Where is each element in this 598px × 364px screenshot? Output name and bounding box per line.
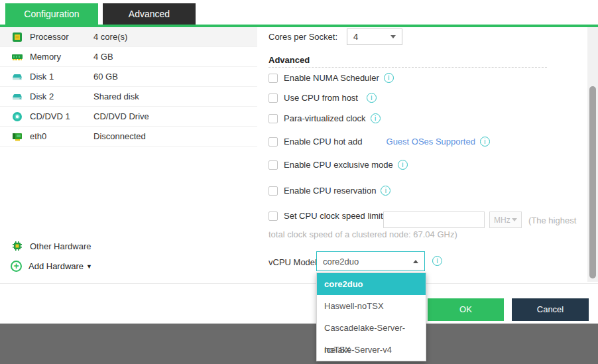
vm-settings-screen: Configuration Advanced Processor 4 core(… [0, 0, 598, 364]
network-adapter-icon [12, 131, 23, 142]
option-label: Para-virtualized clock [284, 113, 366, 123]
add-hardware-label: Add Hardware [29, 261, 84, 271]
vcpu-model-label: vCPU Model [269, 257, 317, 267]
memory-icon [12, 52, 23, 62]
vcpu-model-select[interactable]: core2duo [316, 251, 425, 271]
clock-speed-unit-select[interactable]: MHz [489, 212, 522, 228]
vcpu-option-haswell-notsx[interactable]: Haswell-noTSX [317, 295, 426, 317]
disk-icon [12, 72, 23, 82]
hardware-name: Processor [30, 32, 93, 42]
hardware-value: 4 GB [93, 52, 113, 62]
add-hardware-button[interactable]: + Add Hardware ▼ [11, 261, 92, 272]
hardware-name: Disk 2 [30, 91, 93, 101]
info-icon[interactable]: i [367, 93, 377, 103]
hardware-row-eth0[interactable]: eth0 Disconnected [0, 127, 257, 147]
hardware-value: 60 GB [93, 72, 118, 82]
chevron-down-icon [390, 35, 396, 38]
option-row-cpu-reservation: Enable CPU reservation i [269, 186, 390, 196]
option-label: Enable CPU hot add [284, 137, 363, 147]
ok-button[interactable]: OK [428, 298, 504, 321]
hardware-name: Memory [30, 52, 93, 62]
info-icon[interactable]: i [480, 137, 490, 147]
scrollbar-thumb[interactable] [589, 86, 596, 278]
plus-circle-icon: + [11, 261, 22, 272]
other-hardware-label: Other Hardware [30, 241, 91, 251]
hardware-value: 4 core(s) [93, 32, 127, 42]
vcpu-option-icelake-server-v4[interactable]: Icelake-Server-v4 [317, 339, 426, 361]
clock-limit-note-part1: (The highest [528, 215, 576, 225]
hardware-row-memory[interactable]: Memory 4 GB [0, 47, 257, 67]
tab-advanced[interactable]: Advanced [103, 3, 196, 25]
tab-configuration[interactable]: Configuration [5, 3, 98, 25]
hardware-value: Shared disk [93, 91, 139, 101]
hardware-name: eth0 [30, 131, 93, 141]
use-cpu-from-host-checkbox[interactable] [269, 93, 278, 103]
hardware-name: Disk 1 [30, 72, 93, 82]
option-row-paravirt-clock: Para-virtualized clock i [269, 113, 381, 123]
info-icon[interactable]: i [381, 186, 390, 196]
vcpu-option-cascadelake-server-notsx[interactable]: Cascadelake-Server-noTSX [317, 317, 426, 339]
cancel-button[interactable]: Cancel [512, 298, 589, 321]
clock-speed-unit-value: MHz [494, 215, 510, 225]
info-icon[interactable]: i [384, 73, 394, 83]
cores-per-socket-value: 4 [353, 32, 358, 42]
numa-scheduler-checkbox[interactable] [269, 74, 278, 83]
processor-icon [12, 32, 23, 42]
chevron-down-icon [512, 218, 517, 221]
clock-speed-limit-checkbox[interactable] [269, 212, 278, 221]
option-label: Set CPU clock speed limit to [284, 211, 392, 221]
hardware-row-cddvd[interactable]: CD/DVD 1 CD/DVD Drive [0, 107, 257, 127]
hardware-row-processor[interactable]: Processor 4 core(s) [0, 27, 257, 47]
cpu-exclusive-mode-checkbox[interactable] [269, 160, 278, 170]
vcpu-option-core2duo[interactable]: core2duo [317, 273, 426, 295]
hardware-row-disk2[interactable]: Disk 2 Shared disk [0, 87, 257, 107]
advanced-section-heading: Advanced [269, 55, 310, 65]
scrollbar-track[interactable] [587, 27, 598, 282]
option-row-cpu-from-host: Use CPU from host i [269, 93, 377, 103]
cpu-reservation-checkbox[interactable] [269, 186, 278, 196]
guest-oses-supported-link[interactable]: Guest OSes Supported [387, 137, 475, 147]
vcpu-model-value: core2duo [323, 257, 359, 267]
info-icon[interactable]: i [398, 160, 408, 170]
para-virtualized-clock-checkbox[interactable] [269, 114, 278, 123]
section-divider [269, 67, 547, 68]
other-hardware-item[interactable]: Other Hardware [12, 241, 91, 251]
cores-per-socket-label: Cores per Socket: [269, 32, 337, 42]
vm-settings-dialog: Configuration Advanced Processor 4 core(… [0, 0, 598, 324]
option-row-numa: Enable NUMA Scheduler i [269, 73, 394, 83]
chevron-down-icon: ▼ [86, 263, 92, 270]
dialog-footer: OK Cancel [0, 283, 598, 324]
disk-icon [12, 91, 23, 102]
hardware-name: CD/DVD 1 [30, 111, 93, 121]
option-label: Use CPU from host [284, 93, 358, 103]
vcpu-model-dropdown: core2duo Haswell-noTSX Cascadelake-Serve… [316, 273, 426, 361]
cores-per-socket-select[interactable]: 4 [347, 29, 402, 45]
option-row-cpu-hot-add: Enable CPU hot add Guest OSes Supported … [269, 137, 490, 147]
hardware-value: Disconnected [93, 131, 146, 141]
cpu-hot-add-checkbox[interactable] [269, 137, 278, 147]
chevron-up-icon [413, 260, 418, 263]
option-row-clock-limit: Set CPU clock speed limit to [269, 211, 392, 221]
option-row-cpu-exclusive: Enable CPU exclusive mode i [269, 160, 408, 170]
info-icon[interactable]: i [371, 113, 381, 123]
option-label: Enable NUMA Scheduler [284, 73, 379, 83]
option-label: Enable CPU reservation [284, 186, 376, 196]
hardware-row-disk1[interactable]: Disk 1 60 GB [0, 67, 257, 87]
clock-limit-note-part2: total clock speed of a clustered node: 6… [269, 229, 457, 239]
clock-speed-limit-input[interactable] [383, 212, 485, 228]
hardware-value: CD/DVD Drive [93, 111, 149, 121]
option-label: Enable CPU exclusive mode [284, 160, 393, 170]
info-icon[interactable]: i [432, 256, 442, 266]
cd-dvd-icon [12, 111, 23, 122]
other-hardware-icon [12, 241, 23, 251]
